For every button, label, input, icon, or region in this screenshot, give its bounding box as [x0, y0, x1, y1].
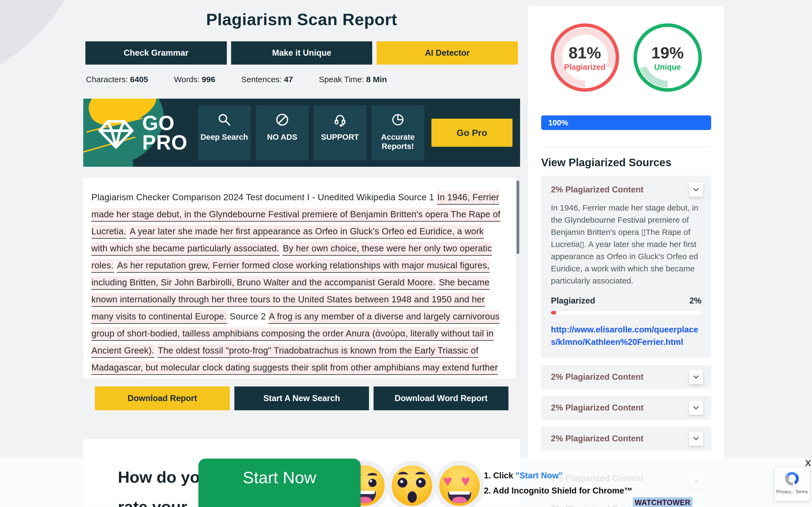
source-card-collapsed: 2% Plagiarized Content: [541, 365, 711, 389]
feature-support: SUPPORT: [314, 105, 367, 160]
rating-promo-card: How do you rate your ♥: [83, 439, 520, 506]
start-now-button[interactable]: Start Now: [199, 459, 361, 507]
document-stats: Characters:6405 Words:996 Sentences:47 S…: [86, 75, 520, 84]
report-actions-row: Download Report Start A New Search Downl…: [95, 387, 508, 410]
unique-gauge: 19% Unique: [632, 22, 703, 93]
source-card-title: 2% Plagiarized Content: [551, 185, 701, 194]
download-report-button[interactable]: Download Report: [95, 387, 230, 410]
expand-source-button[interactable]: [689, 432, 703, 446]
source-card-collapsed: 2% Plagiarized Content: [541, 427, 711, 451]
document-text: Plagiarism Checker Comparison 2024 Test …: [91, 189, 501, 379]
start-new-search-button[interactable]: Start A New Search: [234, 387, 369, 410]
close-icon[interactable]: X: [805, 458, 811, 468]
pro-features: Deep Search NO ADS SUPPORT Accurate Repo…: [198, 105, 424, 160]
ai-detector-button[interactable]: AI Detector: [377, 41, 518, 65]
start-now-link[interactable]: "Start Now": [516, 471, 562, 480]
corner-decoration: [0, 0, 96, 96]
source-progress-track: [551, 311, 701, 314]
source-progress-fill: [551, 311, 556, 314]
original-text: Source 2: [230, 311, 266, 321]
main-column: Plagiarism Scan Report Check Grammar Mak…: [83, 0, 520, 506]
go-pro-logo-text: GO PRO: [142, 113, 187, 152]
sources-heading: View Plagiarized Sources: [541, 157, 711, 169]
source-card-expanded: 2% Plagiarized Content In 1946, Ferrier …: [541, 176, 711, 358]
recaptcha-caption: Privacy - Terms: [774, 489, 810, 495]
scrollbar-thumb[interactable]: [517, 180, 519, 254]
diamond-icon: [96, 112, 136, 153]
collapse-source-button[interactable]: [689, 183, 703, 197]
unique-label: Unique: [654, 63, 681, 72]
original-text: Plagiarism Checker Comparison 2024 Test …: [91, 192, 434, 202]
pie-chart-icon: [391, 112, 405, 127]
recaptcha-icon: [783, 470, 800, 487]
source-meta-label: Plagiarized: [551, 296, 595, 306]
heart-eyes-emoji[interactable]: ♥ ♥: [439, 465, 480, 506]
feature-no-ads: NO ADS: [256, 105, 309, 160]
go-pro-button[interactable]: Go Pro: [431, 119, 512, 147]
score-gauges: 81% Plagiarized 19% Unique: [541, 22, 711, 93]
source-card-collapsed: 2% Plagiarized Content: [541, 396, 711, 420]
chevron-down-icon: [693, 375, 699, 379]
plagiarized-text: Frogs are widely distributed, ranging fr…: [91, 378, 489, 379]
recaptcha-badge[interactable]: Privacy - Terms: [774, 467, 810, 501]
scanned-document-box: Plagiarism Checker Comparison 2024 Test …: [83, 178, 520, 379]
expand-source-button[interactable]: [689, 370, 703, 384]
stat-sentences: Sentences:47: [241, 75, 293, 84]
top-actions-row: Check Grammar Make it Unique AI Detector: [86, 41, 518, 65]
document-scrollbar[interactable]: [516, 178, 520, 379]
stat-words: Words:996: [174, 75, 215, 84]
source-url-link[interactable]: http://www.elisarolle.com/queerplaces/kl…: [551, 324, 701, 348]
plagiarism-report-page: Plagiarism Scan Report Check Grammar Mak…: [0, 0, 812, 507]
plagiarized-gauge: 81% Plagiarized: [549, 22, 620, 93]
chevron-down-icon: [693, 437, 699, 441]
page-title: Plagiarism Scan Report: [83, 10, 520, 29]
divider: [541, 147, 711, 147]
progress-value: 100%: [548, 118, 568, 127]
download-word-report-button[interactable]: Download Word Report: [374, 387, 508, 410]
chevron-down-icon: [693, 188, 699, 191]
plagiarized-label: Plagiarized: [564, 63, 605, 72]
plagiarized-text: As her reputation grew, Ferrier formed c…: [91, 259, 490, 290]
chevron-down-icon: [693, 406, 699, 410]
plagiarized-percent: 81%: [569, 44, 601, 62]
astonished-face-emoji[interactable]: [392, 465, 432, 506]
stat-characters: Characters:6405: [86, 75, 148, 84]
instruction-step-2: 2. Add Incognito Shield for Chrome™: [484, 486, 633, 496]
no-ads-icon: [275, 112, 289, 127]
watchtower-logo: WATCHTOWER: [633, 497, 693, 507]
source-excerpt: In 1946, Ferrier made her stage debut, i…: [551, 202, 702, 287]
search-icon: [217, 112, 232, 127]
scan-progress-bar: 100%: [541, 115, 711, 130]
instruction-step-1: 1. Click "Start Now": [484, 471, 562, 481]
check-grammar-button[interactable]: Check Grammar: [86, 41, 227, 65]
source-meta-row: Plagiarized 2%: [551, 296, 701, 306]
go-pro-banner: GO PRO Deep Search NO ADS SUPPORT: [83, 99, 520, 167]
rating-heading: How do you rate your: [118, 462, 210, 507]
expand-source-button[interactable]: [689, 401, 703, 415]
feature-accurate-reports: Accurate Reports!: [371, 105, 424, 160]
results-sidebar: 81% Plagiarized 19% Unique 100% View Pla…: [528, 6, 724, 461]
headset-icon: [333, 112, 347, 127]
stat-speak-time: Speak Time:8 Min: [319, 75, 387, 84]
source-meta-value: 2%: [689, 296, 701, 306]
feature-deep-search: Deep Search: [198, 105, 251, 160]
make-it-unique-button[interactable]: Make it Unique: [231, 41, 373, 65]
unique-percent: 19%: [651, 44, 684, 62]
